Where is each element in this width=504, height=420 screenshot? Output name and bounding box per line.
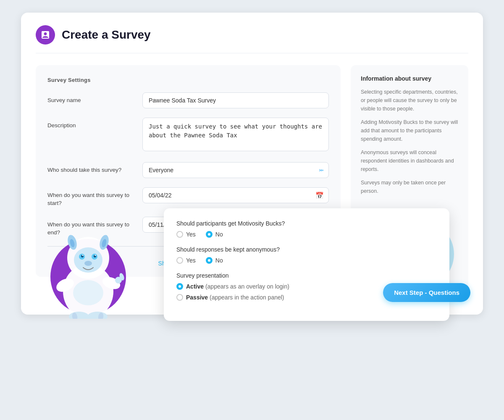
active-radio[interactable] — [176, 283, 183, 290]
who-select-wrapper: Everyone Specific Departments Specific C… — [142, 162, 329, 178]
bucks-question: Should participants get Motivosity Bucks… — [176, 220, 437, 227]
anon-no-radio[interactable] — [206, 257, 213, 264]
passive-radio[interactable] — [176, 294, 183, 301]
svg-point-30 — [84, 261, 92, 266]
start-date-row: When do you want this survey to start? 📅 — [47, 187, 329, 207]
survey-icon-svg — [40, 30, 50, 40]
info-text-3: Anonymous surveys will conceal responden… — [361, 148, 458, 173]
anon-radio-group: Yes No — [176, 257, 437, 264]
survey-name-input[interactable] — [142, 92, 329, 108]
start-date-wrapper: 📅 — [142, 187, 329, 203]
start-date-wrap: 📅 — [142, 187, 329, 203]
svg-point-28 — [82, 255, 84, 256]
svg-point-23 — [74, 247, 102, 273]
info-text-1: Selecting specific departments, countrie… — [361, 88, 458, 113]
survey-name-label: Survey name — [47, 92, 136, 105]
bucks-no-label: No — [215, 231, 223, 238]
start-date-label: When do you want this survey to start? — [47, 187, 136, 207]
left-yeti-svg — [46, 218, 130, 319]
bucks-no-option[interactable]: No — [206, 231, 223, 238]
bucks-yes-label: Yes — [186, 231, 196, 238]
settings-section-title: Survey Settings — [47, 77, 329, 83]
more-options-card: Should participants get Motivosity Bucks… — [164, 208, 449, 321]
next-step-text: Next Step - Questions — [394, 289, 459, 296]
bucks-yes-radio[interactable] — [176, 231, 183, 238]
who-row: Who should take this survey? Everyone Sp… — [47, 162, 329, 178]
anon-no-label: No — [215, 257, 223, 264]
bucks-radio-group: Yes No — [176, 231, 437, 238]
page-container: Create a Survey Survey Settings Survey n… — [21, 13, 483, 315]
who-wrap: Everyone Specific Departments Specific C… — [142, 162, 329, 178]
description-textarea[interactable]: Just a quick survey to see what your tho… — [142, 118, 329, 151]
bucks-yes-option[interactable]: Yes — [176, 231, 196, 238]
left-monster-container — [46, 218, 130, 319]
description-row: Description Just a quick survey to see w… — [47, 118, 329, 153]
presentation-title: Survey presentation — [176, 272, 437, 279]
survey-name-row: Survey name — [47, 92, 329, 108]
survey-icon — [36, 25, 55, 45]
passive-desc: (appears in the action panel) — [210, 294, 284, 301]
anon-yes-radio[interactable] — [176, 257, 183, 264]
who-label: Who should take this survey? — [47, 162, 136, 174]
next-step-button[interactable]: Next Step - Questions — [383, 283, 470, 302]
survey-name-wrap — [142, 92, 329, 108]
page-header: Create a Survey — [36, 25, 468, 53]
passive-label: Passive — [186, 294, 208, 301]
who-select[interactable]: Everyone Specific Departments Specific C… — [142, 162, 329, 178]
anon-question: Should responses be kept anonymous? — [176, 246, 437, 253]
bucks-no-radio[interactable] — [206, 231, 213, 238]
active-label: Active — [186, 283, 204, 290]
page-title: Create a Survey — [62, 28, 151, 42]
anon-yes-option[interactable]: Yes — [176, 257, 196, 264]
start-date-input[interactable] — [142, 187, 329, 203]
info-text-4: Surveys may only be taken once per perso… — [361, 178, 458, 195]
info-text-2: Adding Motivosity Bucks to the survey wi… — [361, 118, 458, 143]
svg-point-29 — [95, 255, 96, 256]
anon-no-option[interactable]: No — [206, 257, 223, 264]
description-label: Description — [47, 118, 136, 130]
info-title: Information about survey — [361, 75, 458, 82]
description-wrap: Just a quick survey to see what your tho… — [142, 118, 329, 153]
anon-yes-label: Yes — [186, 257, 196, 264]
active-desc: (appears as an overlay on login) — [205, 283, 289, 290]
svg-point-35 — [73, 280, 103, 305]
